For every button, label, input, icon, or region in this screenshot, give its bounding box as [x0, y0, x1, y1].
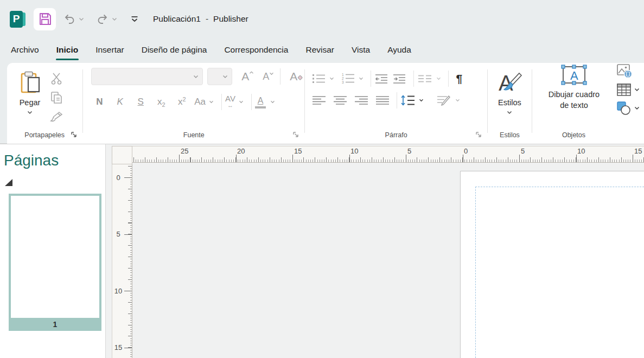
portapapeles-dialog-launcher[interactable] [71, 130, 77, 140]
dialog-launcher-icon [475, 131, 482, 138]
show-formatting-marks-button[interactable]: ¶ [452, 72, 466, 85]
copy-button[interactable] [48, 91, 65, 105]
paste-label: Pegar [20, 97, 41, 108]
fuente-dialog-launcher[interactable] [292, 130, 299, 140]
tab-archivo[interactable]: Archivo [5, 40, 44, 61]
numbering-button[interactable]: 1 2 3 [341, 73, 364, 85]
font-color-button[interactable]: A [255, 96, 275, 108]
format-painter-button[interactable] [48, 110, 65, 124]
font-size-dropdown-icon[interactable] [222, 75, 228, 79]
dialog-launcher-icon [71, 131, 77, 138]
character-spacing-button[interactable]: AV ↔ [225, 95, 244, 109]
change-case-button[interactable]: Aa [194, 97, 214, 107]
styles-label: Estilos [498, 97, 521, 108]
bullets-dropdown-icon [329, 77, 334, 80]
vruler-number: 15 [113, 343, 123, 351]
canvas[interactable]: 252015105051015 051015 [106, 144, 644, 358]
group-label-portapapeles: Portapapeles [9, 129, 80, 144]
decrease-indent-button[interactable] [374, 73, 388, 84]
hruler-number: 25 [181, 147, 188, 155]
scissors-icon [50, 72, 62, 85]
group-fuente: A A A [86, 63, 302, 144]
grow-font-button[interactable]: A [239, 69, 257, 84]
pictures-button[interactable] [616, 63, 640, 79]
collapse-panel-icon[interactable] [5, 179, 12, 186]
publisher-window: P [0, 0, 644, 358]
tab-insertar[interactable]: Insertar [90, 40, 130, 61]
list-styles-button[interactable] [417, 74, 441, 83]
superscript-button[interactable]: x2 [174, 97, 190, 107]
hruler-number: 10 [577, 147, 585, 155]
redo-icon [96, 12, 109, 25]
paste-dropdown-icon[interactable] [27, 111, 33, 114]
group-label-parrafo: Párrafo [308, 129, 484, 144]
paste-button[interactable]: Pegar [18, 70, 42, 114]
styles-dropdown-icon[interactable] [507, 111, 512, 114]
line-spacing-icon [400, 94, 416, 106]
subscript-glyph: x2 [153, 97, 169, 107]
vruler-number: 0 [113, 174, 123, 182]
align-right-button[interactable] [354, 95, 368, 105]
chevron-down-icon [269, 72, 274, 75]
italic-button[interactable]: K [112, 97, 128, 107]
shapes-button[interactable] [616, 101, 640, 116]
shrink-font-button[interactable]: A [260, 70, 277, 84]
increase-indent-button[interactable] [392, 73, 406, 84]
table-icon [616, 83, 632, 97]
align-center-icon [333, 95, 347, 105]
stroke-format-button[interactable] [436, 94, 460, 106]
tab-correspondencia[interactable]: Correspondencia [219, 40, 294, 61]
font-name-dropdown-icon[interactable] [193, 75, 199, 79]
styles-button[interactable]: A Estilos [496, 70, 522, 114]
tab-revisar[interactable]: Revisar [300, 40, 340, 61]
vruler-number: 10 [113, 287, 123, 295]
underline-button[interactable]: S [132, 97, 149, 107]
hruler-number: 5 [407, 147, 411, 155]
clear-formatting-button[interactable]: A [287, 69, 306, 84]
tab-ayuda[interactable]: Ayuda [382, 40, 417, 61]
copy-icon [50, 91, 63, 105]
customize-quick-access-toolbar-button[interactable] [130, 15, 139, 23]
draw-text-box-button[interactable]: A Dibujar cuadro de texto [539, 63, 609, 111]
table-button[interactable] [616, 83, 640, 97]
save-button[interactable] [34, 8, 56, 30]
tab-diseno-de-pagina[interactable]: Diseño de página [136, 40, 213, 61]
publisher-logo-letter: P [10, 11, 23, 28]
document-name: Publicación1 [153, 14, 201, 24]
redo-dropdown-icon[interactable] [112, 17, 117, 21]
undo-icon [63, 12, 76, 25]
page-thumbnail[interactable]: 1 [9, 194, 101, 331]
redo-button[interactable] [96, 12, 117, 25]
change-case-dropdown-icon [209, 100, 214, 104]
underline-glyph: S [132, 97, 149, 107]
group-parrafo: 1 2 3 [308, 63, 484, 144]
publication-page[interactable] [460, 171, 644, 358]
justify-button[interactable] [375, 95, 390, 105]
subscript-button[interactable]: x2 [153, 97, 169, 107]
group-separator [487, 69, 488, 133]
bold-button[interactable]: N [91, 97, 107, 107]
horizontal-ruler[interactable]: 252015105051015 [132, 146, 644, 163]
cut-button[interactable] [48, 72, 65, 86]
superscript-glyph: x2 [174, 97, 190, 107]
undo-dropdown-icon[interactable] [79, 17, 84, 21]
undo-button[interactable] [63, 12, 84, 25]
pages-panel: Páginas 1 [0, 144, 106, 358]
tab-inicio[interactable]: Inicio [51, 40, 84, 61]
tab-vista[interactable]: Vista [346, 40, 375, 61]
bullets-icon [312, 73, 326, 84]
align-left-button[interactable] [312, 95, 326, 105]
bullets-button[interactable] [312, 73, 334, 84]
font-name-combo[interactable] [91, 68, 203, 85]
vertical-ruler[interactable]: 051015 [112, 164, 132, 358]
vruler-number: 5 [113, 230, 123, 238]
publisher-logo-icon[interactable]: P [10, 11, 27, 28]
shapes-dropdown-icon [634, 106, 640, 110]
font-size-combo[interactable] [207, 68, 232, 85]
parrafo-dialog-launcher[interactable] [475, 130, 482, 140]
small-separator [413, 71, 414, 87]
line-spacing-button[interactable] [400, 94, 424, 106]
ribbon-panel: Pegar [7, 63, 644, 144]
align-center-button[interactable] [333, 95, 347, 105]
page-thumbnail-number: 1 [11, 318, 99, 331]
